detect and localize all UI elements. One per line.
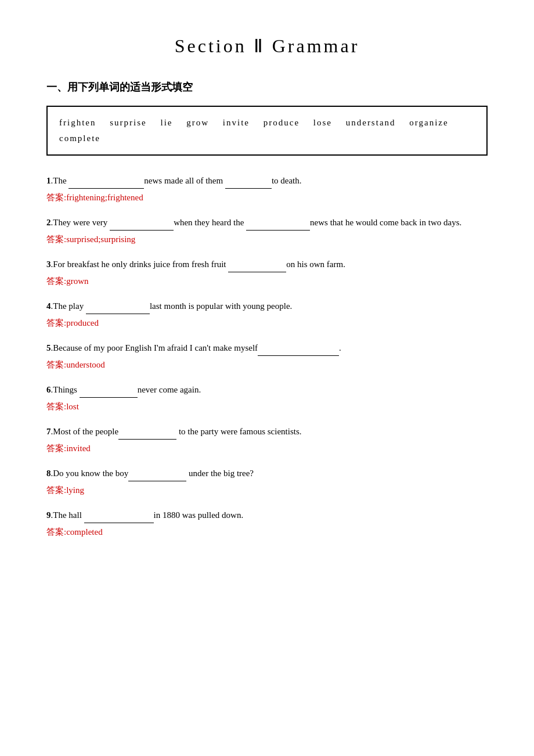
question-5: 5.Because of my poor English I'm afraid … [46, 340, 488, 370]
q4-num: 4 [46, 301, 51, 311]
question-6: 6.Things never come again. 答案:lost [46, 382, 488, 412]
q5-num: 5 [46, 343, 51, 352]
question-5-text: 5.Because of my poor English I'm afraid … [46, 340, 488, 356]
q8-blank1 [128, 481, 186, 481]
q2-blank1 [110, 230, 174, 231]
q9-num: 9 [46, 510, 51, 520]
word-lie: lie [160, 118, 172, 127]
question-3: 3.For breakfast he only drinks juice fro… [46, 257, 488, 287]
q7-answer: 答案:invited [46, 443, 488, 454]
question-7-text: 7.Most of the people to the party were f… [46, 424, 488, 440]
q5-answer: 答案:understood [46, 359, 488, 370]
question-6-text: 6.Things never come again. [46, 382, 488, 398]
word-complete: complete [59, 134, 100, 143]
q3-blank1 [228, 272, 286, 272]
word-grow: grow [186, 118, 209, 127]
word-organize: organize [409, 118, 448, 127]
q6-blank1 [80, 397, 138, 398]
section-heading: 一、用下列单词的适当形式填空 [46, 80, 488, 94]
question-3-text: 3.For breakfast he only drinks juice fro… [46, 257, 488, 272]
word-invite: invite [223, 118, 250, 127]
q1-blank2 [225, 188, 272, 189]
q6-num: 6 [46, 385, 51, 394]
question-1-text: 1.The news made all of them to death. [46, 173, 488, 189]
word-frighten: frighten [59, 118, 96, 127]
question-1: 1.The news made all of them to death. 答案… [46, 173, 488, 203]
q8-num: 8 [46, 469, 51, 478]
question-4: 4.The play last month is popular with yo… [46, 298, 488, 329]
word-surprise: surprise [110, 118, 147, 127]
q5-blank1 [258, 355, 339, 356]
word-lose: lose [313, 118, 332, 127]
q2-answer: 答案:surprised;surprising [46, 234, 488, 245]
word-understand: understand [346, 118, 396, 127]
question-2-text: 2.They were very when they heard the new… [46, 215, 488, 231]
q7-num: 7 [46, 427, 51, 436]
q4-answer: 答案:produced [46, 318, 488, 329]
q2-num: 2 [46, 218, 51, 227]
q9-answer: 答案:completed [46, 527, 488, 538]
q1-answer: 答案:frightening;frightened [46, 192, 488, 203]
q1-num: 1 [46, 176, 51, 185]
page-title: Section Ⅱ Grammar [46, 35, 488, 57]
question-9-text: 9.The hall in 1880 was pulled down. [46, 507, 488, 523]
q4-blank1 [86, 314, 150, 314]
question-7: 7.Most of the people to the party were f… [46, 424, 488, 454]
question-2: 2.They were very when they heard the new… [46, 215, 488, 245]
word-box: frighten surprise lie grow invite produc… [46, 106, 488, 156]
q6-answer: 答案:lost [46, 401, 488, 412]
q8-answer: 答案:lying [46, 485, 488, 496]
q7-blank1 [118, 439, 176, 440]
q9-blank1 [84, 523, 154, 523]
q3-num: 3 [46, 260, 51, 269]
word-produce: produce [264, 118, 300, 127]
question-4-text: 4.The play last month is popular with yo… [46, 298, 488, 314]
question-8-text: 8.Do you know the boy under the big tree… [46, 466, 488, 481]
q2-blank2 [246, 230, 310, 231]
question-9: 9.The hall in 1880 was pulled down. 答案:c… [46, 507, 488, 538]
question-8: 8.Do you know the boy under the big tree… [46, 466, 488, 496]
q3-answer: 答案:grown [46, 276, 488, 287]
q1-blank1 [68, 188, 144, 189]
